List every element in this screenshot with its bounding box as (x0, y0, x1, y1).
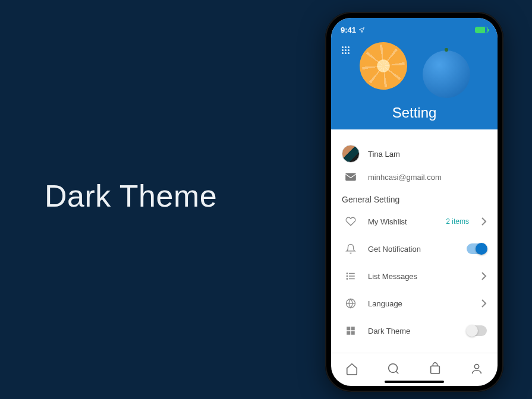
globe-icon (342, 298, 360, 309)
page-title: Dark Theme (45, 178, 217, 214)
chevron-right-icon (481, 217, 487, 226)
chevron-right-icon (481, 272, 487, 280)
status-time: 9:41 (341, 26, 356, 34)
mail-icon (342, 172, 360, 182)
row-label: Get Notification (368, 245, 458, 254)
row-label: List Messages (368, 272, 473, 281)
row-label: My Wishlist (368, 217, 437, 226)
nav-profile[interactable] (470, 362, 484, 376)
notification-toggle[interactable] (467, 243, 487, 254)
row-label: Dark Theme (368, 327, 458, 335)
theme-icon (342, 325, 360, 336)
orange-slice-icon (356, 39, 411, 94)
svg-rect-11 (347, 331, 350, 335)
svg-point-4 (347, 273, 348, 274)
battery-icon (475, 27, 488, 33)
row-label: Language (368, 299, 473, 308)
svg-rect-15 (431, 366, 440, 373)
row-dark-theme[interactable]: Dark Theme (342, 317, 487, 344)
header-illustration (331, 36, 498, 106)
orange-whole-icon (423, 50, 470, 98)
phone-frame: 9:41 Setting Tina La (325, 12, 503, 392)
wishlist-count: 2 items (446, 217, 469, 226)
chevron-right-icon (481, 299, 487, 308)
svg-rect-10 (351, 327, 355, 330)
section-general-title: General Setting (342, 195, 487, 204)
avatar (342, 145, 360, 163)
svg-line-14 (396, 371, 399, 373)
row-messages[interactable]: List Messages (342, 262, 487, 290)
row-language[interactable]: Language (342, 290, 487, 317)
profile-name: Tina Lam (368, 150, 400, 159)
nav-cart[interactable] (428, 362, 442, 376)
phone-screen: 9:41 Setting Tina La (331, 18, 498, 386)
email-row[interactable]: minhcasi@gmail.com (342, 167, 487, 186)
svg-rect-9 (347, 327, 350, 330)
home-indicator[interactable] (385, 381, 444, 383)
svg-point-13 (389, 363, 398, 372)
svg-point-6 (347, 278, 348, 280)
svg-point-16 (474, 364, 479, 368)
svg-rect-0 (345, 173, 356, 181)
svg-point-5 (347, 276, 348, 277)
header-title: Setting (331, 104, 498, 121)
profile-row[interactable]: Tina Lam (342, 140, 487, 167)
location-arrow-icon (358, 27, 365, 33)
menu-grid-icon[interactable] (342, 46, 351, 56)
row-notification[interactable]: Get Notification (342, 235, 487, 262)
profile-email: minhcasi@gmail.com (368, 173, 442, 182)
bell-icon (342, 243, 360, 254)
svg-rect-12 (351, 331, 355, 335)
list-icon (342, 271, 360, 281)
row-wishlist[interactable]: My Wishlist 2 items (342, 208, 487, 235)
screen-header: 9:41 Setting (331, 18, 498, 129)
bottom-nav (331, 353, 498, 386)
dark-theme-toggle[interactable] (467, 325, 487, 336)
heart-icon (342, 216, 360, 227)
status-bar: 9:41 (331, 18, 498, 36)
nav-home[interactable] (345, 362, 359, 376)
nav-search[interactable] (386, 362, 401, 376)
settings-content: Tina Lam minhcasi@gmail.com General Sett… (331, 129, 498, 353)
